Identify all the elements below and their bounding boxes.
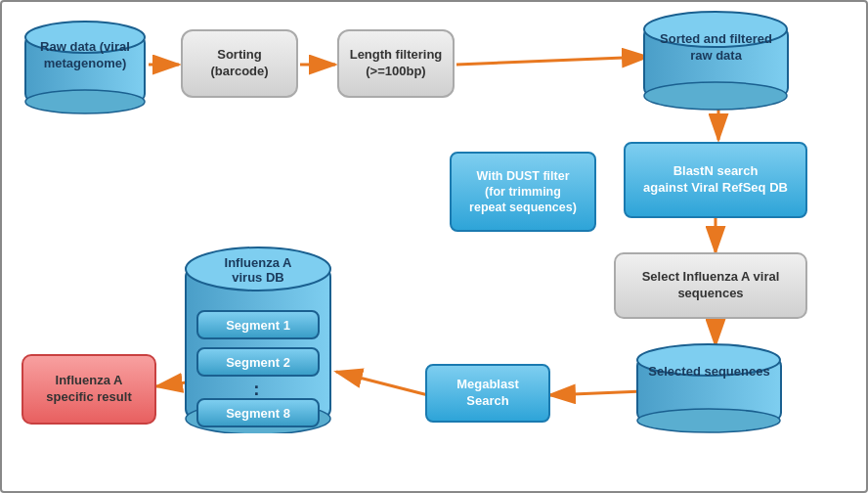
segment8-label: Segment 8 bbox=[226, 406, 290, 421]
segment1-label: Segment 1 bbox=[226, 318, 290, 333]
sorting-node: Sorting(barcode) bbox=[181, 29, 298, 98]
segment8-box: Segment 8 bbox=[196, 398, 320, 427]
svg-line-7 bbox=[549, 391, 643, 395]
selected-sequences-node: Selected sequences bbox=[633, 340, 785, 438]
influenza-result-label: Influenza Aspecific result bbox=[46, 373, 131, 406]
influenza-db-label: Influenza Avirus DB bbox=[181, 255, 335, 285]
length-filtering-label: Length filtering(>=100bp) bbox=[350, 47, 443, 80]
svg-point-15 bbox=[644, 82, 787, 110]
raw-data-label: Raw data (viral metagenome) bbox=[22, 39, 149, 72]
svg-point-12 bbox=[25, 90, 145, 113]
influenza-result-node: Influenza Aspecific result bbox=[22, 354, 156, 425]
selected-seq-cylinder-svg bbox=[633, 340, 785, 438]
selected-sequences-label: Selected sequences bbox=[633, 364, 785, 381]
sorted-filtered-node: Sorted and filteredraw data bbox=[640, 8, 792, 113]
influenza-db-node: Influenza Avirus DB Segment 1 Segment 2 … bbox=[181, 240, 335, 433]
blastn-label: BlastN searchagainst Viral RefSeq DB bbox=[643, 163, 788, 197]
pipeline-diagram: Raw data (viral metagenome) Sorting(barc… bbox=[0, 0, 868, 493]
megablast-label: MegablastSearch bbox=[456, 377, 519, 410]
megablast-node: MegablastSearch bbox=[425, 364, 550, 423]
svg-point-18 bbox=[637, 409, 780, 432]
segment2-box: Segment 2 bbox=[196, 347, 320, 377]
sorting-label: Sorting(barcode) bbox=[210, 47, 268, 80]
blastn-node: BlastN searchagainst Viral RefSeq DB bbox=[624, 142, 807, 218]
dust-filter-node: With DUST filter(for trimmingrepeat sequ… bbox=[450, 152, 596, 232]
select-influenza-node: Select Influenza A viralsequences bbox=[614, 252, 807, 319]
sorted-filtered-label: Sorted and filteredraw data bbox=[640, 31, 792, 65]
segment1-box: Segment 1 bbox=[196, 310, 320, 339]
dust-filter-label: With DUST filter(for trimmingrepeat sequ… bbox=[469, 168, 577, 216]
length-filtering-node: Length filtering(>=100bp) bbox=[337, 29, 455, 98]
segment2-label: Segment 2 bbox=[226, 355, 290, 370]
raw-data-node: Raw data (viral metagenome) bbox=[22, 18, 149, 115]
select-influenza-label: Select Influenza A viralsequences bbox=[642, 269, 780, 302]
svg-line-3 bbox=[456, 57, 648, 65]
svg-line-8 bbox=[336, 372, 428, 395]
